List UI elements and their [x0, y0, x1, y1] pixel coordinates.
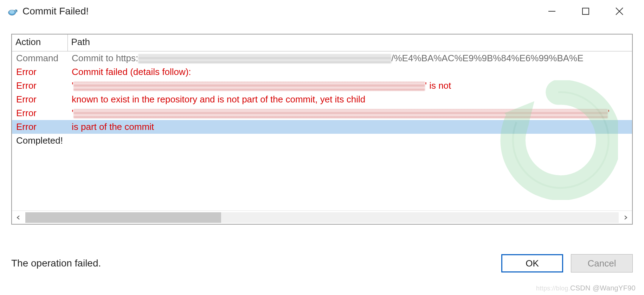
scroll-left-arrow[interactable] [12, 211, 25, 224]
row-path: Commit to https:/%E4%BA%AC%E9%9B%84%E6%9… [67, 51, 632, 65]
csdn-watermark: https://blog.CSDN @WangYF90 [536, 284, 636, 292]
close-button[interactable] [609, 3, 630, 20]
table-row[interactable]: Error is part of the commit [12, 120, 632, 134]
table-row[interactable]: Completed! [12, 134, 632, 148]
window-title: Commit Failed! [22, 6, 541, 17]
row-action: Error [12, 79, 67, 93]
row-path: '' [67, 106, 632, 120]
row-path [67, 134, 632, 148]
titlebar: Commit Failed! [0, 0, 644, 23]
log-table: Action Path CommandCommit to https:/%E4%… [12, 34, 632, 148]
footer: The operation failed. OK Cancel [11, 254, 633, 272]
row-action: Error [12, 120, 67, 134]
scroll-thumb[interactable] [25, 212, 221, 223]
row-path: '' is not [67, 79, 632, 93]
row-action: Error [12, 93, 67, 106]
redacted-block [73, 109, 608, 118]
window-controls [541, 3, 641, 20]
log-panel: Action Path CommandCommit to https:/%E4%… [11, 34, 633, 225]
row-action: Error [12, 106, 67, 120]
row-path: known to exist in the repository and is … [67, 93, 632, 106]
table-row[interactable]: ErrorCommit failed (details follow): [12, 65, 632, 79]
table-row[interactable]: Error'' is not [12, 79, 632, 93]
redacted-block [73, 82, 425, 91]
row-path: Commit failed (details follow): [67, 65, 632, 79]
scroll-track[interactable] [25, 212, 619, 223]
cancel-button[interactable]: Cancel [571, 254, 633, 272]
scroll-right-arrow[interactable] [619, 211, 632, 224]
svg-point-3 [16, 10, 17, 11]
table-row[interactable]: Error known to exist in the repository a… [12, 93, 632, 106]
ok-button[interactable]: OK [501, 254, 563, 272]
col-header-action[interactable]: Action [12, 34, 67, 51]
row-action: Error [12, 65, 67, 79]
tortoisesvn-icon [7, 6, 18, 17]
table-row[interactable]: CommandCommit to https:/%E4%BA%AC%E9%9B%… [12, 51, 632, 65]
minimize-button[interactable] [541, 3, 562, 20]
svg-point-1 [9, 10, 15, 14]
row-path: is part of the commit [67, 120, 632, 134]
status-text: The operation failed. [11, 258, 494, 269]
maximize-button[interactable] [575, 3, 596, 20]
row-action: Completed! [12, 134, 67, 148]
table-row[interactable]: Error '' [12, 106, 632, 120]
svg-rect-5 [582, 8, 589, 14]
col-header-path[interactable]: Path [67, 34, 632, 51]
horizontal-scrollbar[interactable] [12, 211, 632, 224]
redacted-block [138, 54, 391, 63]
svg-point-2 [15, 10, 18, 12]
row-action: Command [12, 51, 67, 65]
